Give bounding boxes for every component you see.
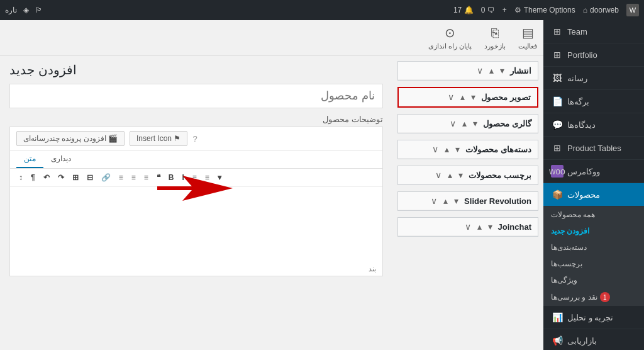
submenu-tags[interactable]: برچسب‌ها (543, 256, 644, 272)
product-gallery-toggle-btn[interactable]: ∨ (448, 118, 458, 128)
editor-footer: بند (10, 262, 382, 276)
svg-marker-0 (157, 176, 233, 201)
product-gallery-title: گالری محصول (483, 119, 531, 128)
product-categories-postbox-header: دسته‌های محصولات ▾ ▴ ∨ (398, 140, 538, 159)
publish-up-btn[interactable]: ▴ (487, 65, 496, 76)
analytics-icon: 📊 (551, 311, 564, 324)
product-gallery-down-btn[interactable]: ▾ (471, 118, 479, 128)
product-categories-down-btn[interactable]: ▾ (453, 144, 462, 154)
publish-title: انتشار (510, 66, 531, 76)
slider-revolution-controls: ▾ ▴ ∨ (429, 196, 460, 206)
products-icon: 📦 (551, 188, 564, 201)
setup-btn[interactable]: ⊙ پایان راه اندازی (428, 25, 472, 50)
submenu-add-new[interactable]: افزودن جدید (543, 223, 644, 239)
feedback-btn[interactable]: ⎘ بازخورد (484, 26, 506, 50)
fmt-paragraph-btn[interactable]: ¶ (28, 172, 38, 183)
product-tags-down-btn[interactable]: ▾ (457, 170, 465, 180)
fmt-insert-btn[interactable]: ⊞ (70, 172, 81, 183)
submenu-all-products[interactable]: همه محصولات (543, 206, 644, 223)
slider-revolution-toggle-btn[interactable]: ∨ (429, 196, 439, 206)
joinchat-postbox-header: Joinchat ▾ ▴ ∨ (398, 218, 538, 236)
setup-icon: ⊙ (445, 25, 455, 40)
admin-bar: W doorweb ⌂ Theme Options ⚙ + 🗨 0 🔔 17 🏳… (0, 0, 644, 20)
submenu-reviews[interactable]: 1 نقد و بررسی‌ها (543, 288, 644, 306)
team-icon: ⊞ (551, 25, 564, 38)
sidebar-item-analytics-label: تجربه و تحلیل (567, 313, 613, 322)
product-image-title: تصویر محصول (481, 93, 531, 102)
sidebar-item-woocommerce[interactable]: ووکامرس woo (543, 160, 644, 183)
sidebar-item-product-tables[interactable]: Product Tables ⊞ (543, 137, 644, 160)
marketing-icon: 📢 (551, 334, 564, 347)
product-categories-up-btn[interactable]: ▴ (443, 144, 451, 154)
sidebar-item-marketing[interactable]: بازاریابی 📢 (543, 329, 644, 350)
fmt-align-center-btn[interactable]: ≡ (129, 172, 138, 183)
product-categories-toggle-btn[interactable]: ∨ (430, 144, 440, 154)
adminbar-new[interactable]: + (502, 6, 507, 14)
sidebar-item-products-label: محصولات (567, 190, 600, 200)
product-tables-icon: ⊞ (551, 142, 564, 154)
joinchat-title: Joinchat (498, 222, 531, 232)
add-media-btn[interactable]: 🎬 افزودن پرونده چندرسانه‌ای (16, 131, 125, 146)
adminbar-updates[interactable]: 🔔 17 (453, 6, 474, 14)
product-tags-title: برچسب محصولات (469, 171, 531, 180)
tab-visual[interactable]: دیداری (43, 150, 79, 168)
product-gallery-postbox: گالری محصول ▾ ▴ ∨ (397, 114, 538, 133)
fmt-undo-btn[interactable]: ↶ (41, 172, 52, 183)
activity-icon: ▤ (522, 25, 534, 40)
joinchat-down-btn[interactable]: ▾ (486, 222, 494, 232)
publish-down-btn[interactable]: ▾ (498, 65, 506, 76)
product-image-controls: ▾ ▴ ∨ (446, 92, 477, 102)
sidebar-item-marketing-label: بازاریابی (567, 336, 597, 346)
admin-menu: Team ⊞ Portfolio ⊞ رسانه 🖼 برگه‌ها 📄 دید… (543, 20, 644, 350)
wp-logo[interactable]: W (626, 4, 639, 16)
adminbar-theme-options[interactable]: Theme Options ⚙ (514, 6, 575, 14)
submenu-attributes[interactable]: ویژگی‌ها (543, 272, 644, 288)
fmt-redo-btn[interactable]: ↷ (55, 172, 67, 183)
joinchat-up-btn[interactable]: ▴ (475, 222, 484, 232)
publish-toggle-btn[interactable]: ∨ (475, 65, 485, 76)
insert-icon-btn[interactable]: ⚑ Insert Icon (130, 131, 187, 146)
sidebar-item-comments[interactable]: دیدگاه‌ها 💬 (543, 113, 644, 137)
submenu-categories[interactable]: دسته‌بندی‌ها (543, 239, 644, 256)
product-image-postbox-header: تصویر محصول ▾ ▴ ∨ (399, 88, 537, 106)
product-gallery-postbox-header: گالری محصول ▾ ▴ ∨ (398, 115, 538, 133)
product-gallery-up-btn[interactable]: ▴ (460, 118, 469, 128)
fmt-link-btn[interactable]: 🔗 (99, 172, 113, 183)
sidebar-item-products[interactable]: محصولات 📦 (543, 183, 644, 206)
publish-controls: ▾ ▴ ∨ (475, 65, 506, 76)
fmt-resize-btn[interactable]: ↕ (16, 172, 25, 183)
adminbar-site[interactable]: doorweb ⌂ (583, 6, 619, 14)
product-tags-postbox-header: برچسب محصولات ▾ ▴ ∨ (398, 166, 538, 184)
slider-revolution-down-btn[interactable]: ▾ (452, 196, 460, 206)
publish-postbox: انتشار ▾ ▴ ∨ (397, 61, 538, 81)
sidebar-item-team[interactable]: Team ⊞ (543, 20, 644, 43)
product-gallery-controls: ▾ ▴ ∨ (448, 118, 479, 128)
fmt-align-right-btn[interactable]: ≡ (142, 172, 151, 183)
sidebar-item-portfolio[interactable]: Portfolio ⊞ (543, 43, 644, 67)
comments-icon: 💬 (551, 118, 564, 131)
woocommerce-icon: woo (551, 165, 564, 178)
fmt-table-btn[interactable]: ⊟ (84, 172, 96, 183)
adminbar-comments[interactable]: 🗨 0 (481, 6, 495, 14)
tab-text[interactable]: متن (16, 150, 43, 168)
fmt-align-left-btn[interactable]: ≡ (116, 172, 126, 183)
sidebar-item-woocommerce-label: ووکامرس (567, 167, 600, 176)
product-categories-title: دسته‌های محصولات (465, 145, 531, 154)
sidebar-item-analytics[interactable]: تجربه و تحلیل 📊 (543, 306, 644, 329)
product-tags-up-btn[interactable]: ▴ (446, 170, 454, 180)
sidebar-item-pages[interactable]: برگه‌ها 📄 (543, 90, 644, 113)
publish-postbox-header: انتشار ▾ ▴ ∨ (398, 62, 538, 80)
product-tags-toggle-btn[interactable]: ∨ (433, 170, 443, 180)
sidebar-item-pages-label: برگه‌ها (567, 97, 589, 106)
pages-icon: 📄 (551, 95, 564, 108)
joinchat-toggle-btn[interactable]: ∨ (463, 222, 473, 232)
product-title-input[interactable] (9, 84, 383, 108)
sidebar-item-media[interactable]: رسانه 🖼 (543, 67, 644, 90)
activity-btn[interactable]: ▤ فعالیت (518, 25, 537, 50)
joinchat-controls: ▾ ▴ ∨ (463, 222, 494, 232)
slider-revolution-up-btn[interactable]: ▴ (441, 196, 450, 206)
product-image-down-btn[interactable]: ▾ (469, 92, 477, 102)
product-image-up-btn[interactable]: ▴ (458, 92, 467, 102)
product-image-toggle-btn[interactable]: ∨ (446, 92, 456, 102)
help-icon[interactable]: ? (192, 134, 197, 144)
